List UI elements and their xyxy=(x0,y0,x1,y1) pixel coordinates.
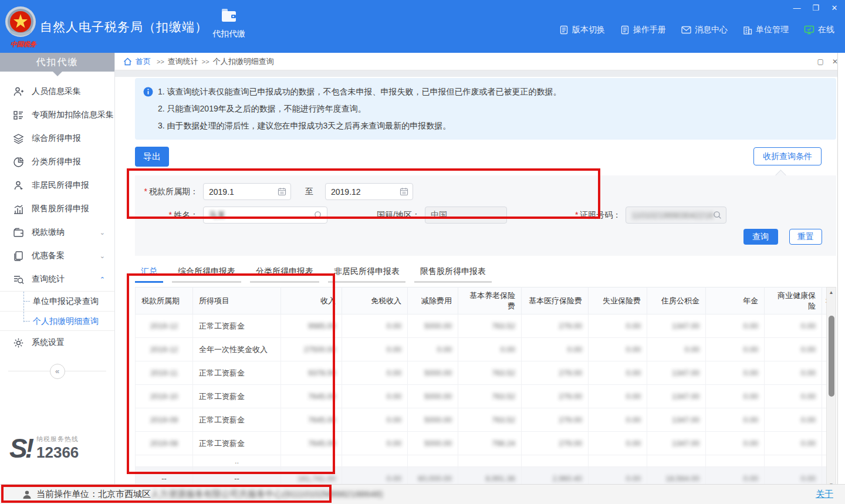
menu-unit-management[interactable]: 单位管理 xyxy=(743,25,789,35)
cell-amount: 279.00 xyxy=(522,385,589,408)
breadcrumb-home[interactable]: 首页 xyxy=(136,56,151,67)
collapse-query-button[interactable]: 收折查询条件 xyxy=(753,147,822,165)
table-total-row: ----161,741.000.0060,000.008,991.362,960… xyxy=(136,467,835,485)
menu-label: 版本切换 xyxy=(572,25,605,35)
minimize-button[interactable]: — xyxy=(792,4,802,12)
sidebar-collapse-button[interactable]: « xyxy=(50,364,65,379)
cell-amount: 8,991.36 xyxy=(458,467,522,485)
tab-comprehensive-income-form[interactable]: 综合所得申报表 xyxy=(172,265,241,283)
tab-restricted-stock-form[interactable]: 限售股所得申报表 xyxy=(414,265,492,283)
sidebar: 代扣代缴 人员信息采集 专项附加扣除信息采集 综合所得申报 分类所得申报 xyxy=(0,53,115,484)
cell-amount: 763.52 xyxy=(458,408,522,432)
toolbar: 导出 收折查询条件 xyxy=(135,147,836,167)
about-link[interactable]: 关于 xyxy=(816,489,833,500)
period-label: *税款所属期： xyxy=(135,187,198,197)
column-header: 年金 xyxy=(706,287,765,314)
pie-chart-icon xyxy=(13,157,24,168)
scroll-up-arrow[interactable]: ▲ xyxy=(827,288,836,297)
table-row[interactable]: 2019-12全年一次性奖金收入27500.000.000.000.000.00… xyxy=(136,338,835,361)
vertical-scrollbar[interactable]: ▲ ▼ xyxy=(826,287,836,484)
list-icon xyxy=(13,110,24,121)
sidebar-item-nonresident-income[interactable]: 非居民所得申报 xyxy=(0,174,114,197)
cell-amount: 0.00 xyxy=(589,361,647,385)
table-row[interactable]: 2019-10正常工资薪金7645.000.005000.00763.52279… xyxy=(136,385,835,408)
module-tab-withholding[interactable]: 代扣代缴 xyxy=(204,8,254,39)
hotline-label: 纳税服务热线 xyxy=(36,435,79,444)
cell-amount: 0.00 xyxy=(589,432,647,455)
id-number-input[interactable]: 110102199903042218 xyxy=(626,207,726,224)
name-input[interactable]: 马某 xyxy=(203,207,327,224)
sidebar-item-tax-payment[interactable]: 税款缴纳 ⌄ xyxy=(0,221,114,244)
tab-classified-income-form[interactable]: 分类所得申报表 xyxy=(250,265,319,283)
hotline-logo: S! xyxy=(9,435,32,462)
cell-income-item: -- xyxy=(193,467,281,485)
breadcrumb-separator: >> xyxy=(157,58,164,65)
breadcrumb: 首页 >> 查询统计 >> 个人扣缴明细查询 ▢ ✕ xyxy=(115,53,845,70)
menu-version-switch[interactable]: 版本切换 xyxy=(559,25,605,35)
close-button[interactable]: ✕ xyxy=(830,4,839,12)
cell-amount: 1347.00 xyxy=(647,361,706,385)
breadcrumb-separator: >> xyxy=(202,58,209,65)
table-row[interactable]: 2019-11正常工资薪金9378.000.005000.00763.52279… xyxy=(136,361,835,385)
period-from-input[interactable]: 2019.1 xyxy=(203,183,291,200)
sidebar-item-classified-income[interactable]: 分类所得申报 xyxy=(0,150,114,174)
tax-emblem-logo xyxy=(5,6,36,38)
export-button[interactable]: 导出 xyxy=(135,147,169,167)
cell-amount: 5000.00 xyxy=(408,408,458,432)
sidebar-title: 代扣代缴 xyxy=(0,53,114,72)
table-row[interactable]: 2019-12正常工资薪金9985.000.005000.00763.52279… xyxy=(136,314,835,338)
menu-online-status[interactable]: 在线 xyxy=(804,25,834,35)
sidebar-item-restricted-stock[interactable]: 限售股所得申报 xyxy=(0,197,114,221)
cell-income-item: 正常工资薪金 xyxy=(193,314,281,338)
tab-summary[interactable]: 汇总 xyxy=(135,265,163,283)
nationality-label: 国籍/地区： xyxy=(377,210,420,221)
cell-tax-period: 2019-09 xyxy=(136,408,193,432)
search-icon[interactable] xyxy=(314,211,323,219)
menu-label: 在线 xyxy=(818,25,834,35)
menu-manual[interactable]: 操作手册 xyxy=(620,25,666,35)
column-header: 收入 xyxy=(281,287,342,314)
sidebar-subitem-personal-withholding-query[interactable]: 个人扣缴明细查询 xyxy=(0,311,114,330)
table-row[interactable]: 2019-09正常工资薪金7645.000.005000.00763.52279… xyxy=(136,408,835,432)
person-icon xyxy=(13,180,24,191)
reset-button[interactable]: 重置 xyxy=(789,229,822,245)
cell-amount: 0.00 xyxy=(589,408,647,432)
cell-amount: 0.00 xyxy=(706,361,765,385)
sidebar-item-personnel-info[interactable]: 人员信息采集 xyxy=(0,80,114,103)
vertical-scroll-thumb[interactable] xyxy=(829,316,834,397)
query-button[interactable]: 查询 xyxy=(743,229,778,245)
menu-message-center[interactable]: 消息中心 xyxy=(681,25,728,35)
tax-hotline: S! 纳税服务热线 12366 xyxy=(9,435,79,462)
result-table-container: 税款所属期所得项目收入免税收入减除费用基本养老保险费基本医疗保险费失业保险费住房… xyxy=(135,287,836,484)
calendar-icon[interactable] xyxy=(278,187,286,196)
current-unit-redacted: 人力资源服务有限公司共服务中心(91110102M9982188648) xyxy=(151,489,383,500)
cell-income-item: 正常工资薪金 xyxy=(193,408,281,432)
cell-amount: 0.00 xyxy=(522,338,589,361)
cell-amount: 0.00 xyxy=(342,432,408,455)
sidebar-item-preferential-filing[interactable]: 优惠备案 ⌄ xyxy=(0,244,114,268)
calendar-icon[interactable] xyxy=(400,187,408,196)
cell-amount: 7645.00 xyxy=(281,432,342,455)
sidebar-item-query-statistics[interactable]: 查询统计 ⌃ xyxy=(0,268,114,291)
sidebar-item-special-deduction[interactable]: 专项附加扣除信息采集 xyxy=(0,103,114,127)
restore-button[interactable]: ❐ xyxy=(811,4,820,12)
cell-amount: 0.00 xyxy=(765,467,822,485)
search-icon[interactable] xyxy=(713,211,722,219)
sidebar-item-label: 非居民所得申报 xyxy=(32,180,89,191)
period-to-input[interactable]: 2019.12 xyxy=(325,183,413,200)
tab-nonresident-income-form[interactable]: 非居民所得申报表 xyxy=(328,265,405,283)
cell-tax-period: 2019-08 xyxy=(136,432,193,455)
home-icon xyxy=(123,57,132,66)
cell-amount xyxy=(522,455,589,467)
cell-amount: 0.00 xyxy=(706,385,765,408)
sidebar-item-comprehensive-income[interactable]: 综合所得申报 xyxy=(0,127,114,150)
cell-tax-period: -- xyxy=(136,467,193,485)
sidebar-item-system-settings[interactable]: 系统设置 xyxy=(0,331,114,354)
app-window: — ❐ ✕ 中国税务 自然人电子税务局（扣缴端） 代扣代缴 xyxy=(0,0,845,504)
panel-maximize-icon[interactable]: ▢ xyxy=(817,57,824,66)
cell-amount: 60,000.00 xyxy=(408,467,458,485)
table-row[interactable]: 2019-08正常工资薪金7645.000.005000.00798.24279… xyxy=(136,432,835,455)
sidebar-subitem-unit-declaration-query[interactable]: 单位申报记录查询 xyxy=(0,292,114,311)
column-header: 税款所属期 xyxy=(136,287,193,314)
cell-amount: 0.00 xyxy=(342,361,408,385)
